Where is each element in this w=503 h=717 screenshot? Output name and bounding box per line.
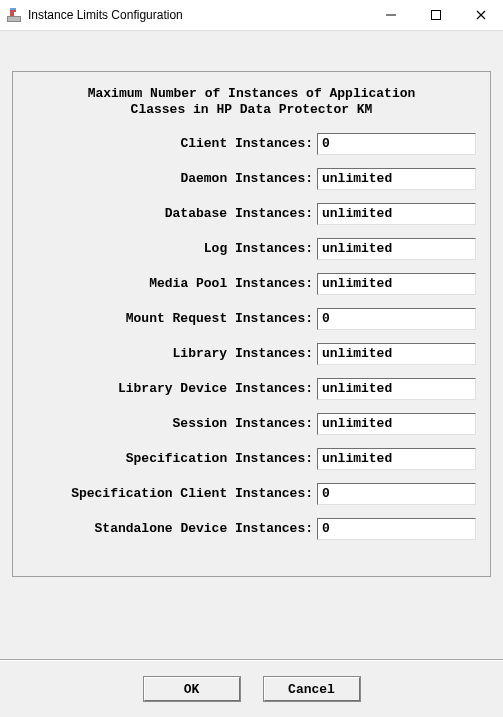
field-label: Standalone Device Instances: xyxy=(27,521,317,536)
field-wrap xyxy=(317,238,476,260)
field-row: Specification Instances: xyxy=(27,448,476,470)
field-row: Mount Request Instances: xyxy=(27,308,476,330)
field-input[interactable] xyxy=(317,133,476,155)
field-input[interactable] xyxy=(317,308,476,330)
field-row: Specification Client Instances: xyxy=(27,483,476,505)
field-wrap xyxy=(317,133,476,155)
field-row: Media Pool Instances: xyxy=(27,273,476,295)
cancel-button[interactable]: Cancel xyxy=(264,677,360,701)
field-input[interactable] xyxy=(317,413,476,435)
field-wrap xyxy=(317,378,476,400)
field-wrap xyxy=(317,343,476,365)
app-icon xyxy=(6,7,22,23)
field-label: Database Instances: xyxy=(27,206,317,221)
field-input[interactable] xyxy=(317,448,476,470)
field-wrap xyxy=(317,413,476,435)
field-wrap xyxy=(317,448,476,470)
field-input[interactable] xyxy=(317,518,476,540)
field-row: Standalone Device Instances: xyxy=(27,518,476,540)
window-controls xyxy=(368,0,503,30)
maximize-button[interactable] xyxy=(413,0,458,30)
panel-heading: Maximum Number of Instances of Applicati… xyxy=(23,86,480,119)
field-input[interactable] xyxy=(317,203,476,225)
field-row: Database Instances: xyxy=(27,203,476,225)
svg-rect-2 xyxy=(386,15,396,16)
field-label: Mount Request Instances: xyxy=(27,311,317,326)
ok-button[interactable]: OK xyxy=(144,677,240,701)
field-wrap xyxy=(317,273,476,295)
field-wrap xyxy=(317,168,476,190)
field-row: Library Instances: xyxy=(27,343,476,365)
field-label: Client Instances: xyxy=(27,136,317,151)
client-area: Maximum Number of Instances of Applicati… xyxy=(0,30,503,717)
field-wrap xyxy=(317,308,476,330)
svg-rect-1 xyxy=(8,17,20,21)
field-label: Library Instances: xyxy=(27,346,317,361)
field-label: Daemon Instances: xyxy=(27,171,317,186)
field-label: Media Pool Instances: xyxy=(27,276,317,291)
minimize-button[interactable] xyxy=(368,0,413,30)
minimize-icon xyxy=(386,10,396,20)
field-wrap xyxy=(317,483,476,505)
maximize-icon xyxy=(431,10,441,20)
field-label: Specification Client Instances: xyxy=(27,486,317,501)
field-label: Session Instances: xyxy=(27,416,317,431)
config-panel: Maximum Number of Instances of Applicati… xyxy=(12,71,491,577)
form-rows: Client Instances:Daemon Instances:Databa… xyxy=(23,133,480,540)
field-label: Library Device Instances: xyxy=(27,381,317,396)
window-title: Instance Limits Configuration xyxy=(28,8,183,22)
field-row: Session Instances: xyxy=(27,413,476,435)
field-input[interactable] xyxy=(317,238,476,260)
field-wrap xyxy=(317,518,476,540)
field-input[interactable] xyxy=(317,343,476,365)
field-input[interactable] xyxy=(317,168,476,190)
field-row: Log Instances: xyxy=(27,238,476,260)
field-row: Daemon Instances: xyxy=(27,168,476,190)
title-bar: Instance Limits Configuration xyxy=(0,0,503,30)
field-label: Specification Instances: xyxy=(27,451,317,466)
field-label: Log Instances: xyxy=(27,241,317,256)
button-bar: OK Cancel xyxy=(0,661,503,717)
field-row: Client Instances: xyxy=(27,133,476,155)
field-input[interactable] xyxy=(317,273,476,295)
field-input[interactable] xyxy=(317,378,476,400)
field-input[interactable] xyxy=(317,483,476,505)
field-row: Library Device Instances: xyxy=(27,378,476,400)
close-icon xyxy=(476,10,486,20)
field-wrap xyxy=(317,203,476,225)
close-button[interactable] xyxy=(458,0,503,30)
svg-rect-3 xyxy=(431,11,440,20)
heading-line-1: Maximum Number of Instances of Applicati… xyxy=(88,86,416,101)
heading-line-2: Classes in HP Data Protector KM xyxy=(131,102,373,117)
